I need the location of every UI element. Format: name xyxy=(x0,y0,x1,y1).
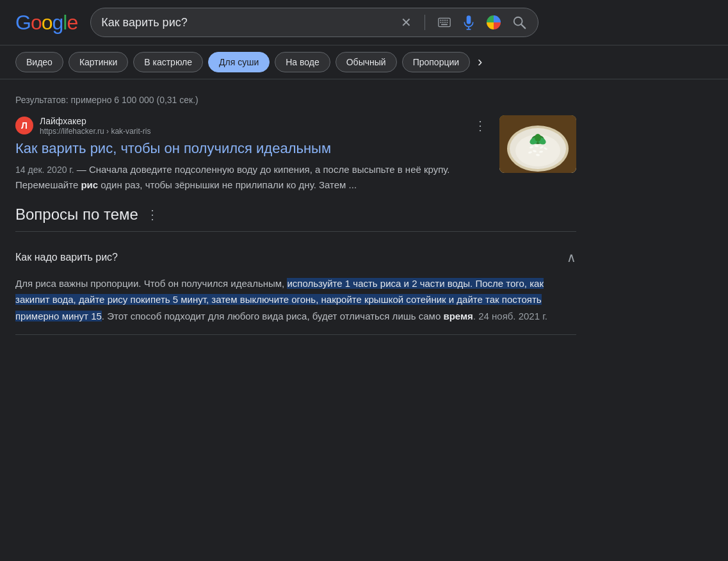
faq-item: Как надо варить рис? ∧ Для риса важны пр… xyxy=(15,240,576,336)
paa-title: Вопросы по теме xyxy=(15,206,138,224)
result-main: Л Лайфхакер https://lifehacker.ru › kak-… xyxy=(15,115,489,193)
svg-rect-5 xyxy=(441,22,442,23)
filter-bar: Видео Картинки В кастрюле Для суши На во… xyxy=(0,45,728,79)
main-content: Результатов: примерно 6 100 000 (0,31 се… xyxy=(0,79,576,345)
svg-rect-4 xyxy=(447,20,448,21)
search-input[interactable]: Как варить рис? xyxy=(101,16,393,29)
svg-rect-10 xyxy=(467,15,471,24)
filter-chip-images[interactable]: Картинки xyxy=(69,52,128,72)
svg-line-14 xyxy=(521,24,525,28)
result-source: Л Лайфхакер https://lifehacker.ru › kak-… xyxy=(15,115,489,136)
faq-toggle-button[interactable]: ∧ xyxy=(567,250,576,265)
svg-point-30 xyxy=(535,134,541,142)
search-bar: Как варить рис? ✕ xyxy=(90,8,538,37)
more-filters-button[interactable]: › xyxy=(478,54,482,70)
paa-divider xyxy=(15,231,576,232)
result-card: Л Лайфхакер https://lifehacker.ru › kak-… xyxy=(15,115,576,193)
faq-question-text: Как надо варить рис? xyxy=(15,252,118,263)
answer-date: . 24 нояб. 2021 г. xyxy=(473,311,547,321)
clear-button[interactable]: ✕ xyxy=(400,13,413,31)
answer-plain-end: . Этот способ подходит для любого вида р… xyxy=(102,311,444,321)
lens-icon xyxy=(487,15,501,29)
filter-chip-water[interactable]: На воде xyxy=(275,52,330,72)
voice-search-button[interactable] xyxy=(461,13,476,31)
svg-rect-2 xyxy=(442,20,444,21)
filter-chip-plain[interactable]: Обычный xyxy=(336,52,397,72)
svg-rect-6 xyxy=(442,22,444,23)
filter-chip-pot[interactable]: В кастрюле xyxy=(133,52,203,72)
svg-rect-3 xyxy=(444,20,446,21)
svg-rect-7 xyxy=(444,22,446,23)
divider xyxy=(425,15,425,30)
keyboard-icon-button[interactable] xyxy=(437,16,452,29)
result-title[interactable]: Как варить рис, чтобы он получился идеал… xyxy=(15,140,489,158)
filter-chip-video[interactable]: Видео xyxy=(15,52,63,72)
search-button[interactable] xyxy=(511,14,528,31)
source-url: https://lifehacker.ru › kak-varit-ris xyxy=(40,127,465,136)
svg-rect-9 xyxy=(441,24,448,26)
answer-plain-start: Для риса важны пропорции. Чтоб он получи… xyxy=(15,278,287,289)
paa-header: Вопросы по теме ⋮ xyxy=(15,206,576,224)
snippet-bold: рис xyxy=(81,179,98,190)
search-icons: ✕ xyxy=(400,13,528,31)
snippet-after: один раз, чтобы зёрнышки не прилипали ко… xyxy=(98,179,357,190)
source-info: Лайфхакер https://lifehacker.ru › kak-va… xyxy=(40,115,465,136)
filter-chip-proportions[interactable]: Пропорции xyxy=(402,52,470,72)
svg-rect-8 xyxy=(447,22,448,23)
answer-bold: время xyxy=(443,311,473,321)
google-logo: Google xyxy=(15,11,77,35)
faq-question[interactable]: Как надо варить рис? ∧ xyxy=(15,240,576,275)
lens-button[interactable] xyxy=(485,14,502,31)
results-count: Результатов: примерно 6 100 000 (0,31 се… xyxy=(15,90,576,115)
svg-rect-1 xyxy=(441,20,442,21)
result-thumbnail xyxy=(499,115,576,173)
result-more-button[interactable]: ⋮ xyxy=(471,115,489,136)
favicon: Л xyxy=(15,117,33,134)
thumbnail-rice-image xyxy=(499,115,576,173)
filter-chip-sushi[interactable]: Для суши xyxy=(208,52,270,72)
faq-answer: Для риса важны пропорции. Чтоб он получи… xyxy=(15,275,576,335)
paa-section: Вопросы по теме ⋮ Как надо варить рис? ∧… xyxy=(15,206,576,336)
header: Google Как варить рис? ✕ xyxy=(0,0,728,45)
source-name: Лайфхакер xyxy=(40,115,465,127)
paa-more-button[interactable]: ⋮ xyxy=(146,207,159,222)
result-snippet: 14 дек. 2020 г. — Сначала доведите подсо… xyxy=(15,162,489,193)
result-date: 14 дек. 2020 г. xyxy=(15,165,74,175)
